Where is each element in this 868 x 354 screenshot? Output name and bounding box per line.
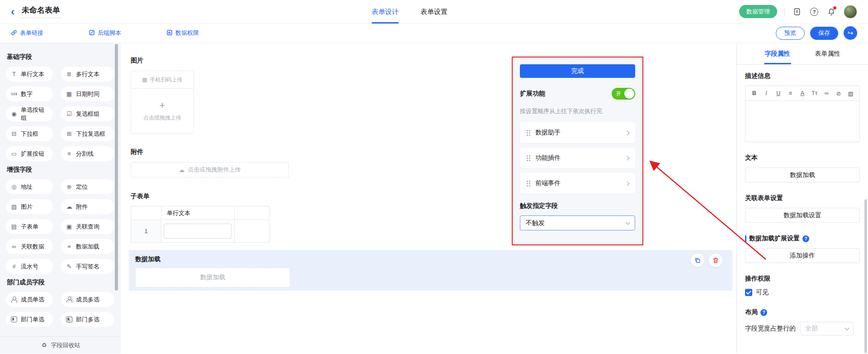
attachment-field[interactable]: 附件 ☁ 点击或拖拽附件上传 bbox=[131, 148, 289, 177]
align-icon[interactable]: ≡ bbox=[785, 88, 796, 99]
help-question-icon[interactable] bbox=[802, 235, 809, 242]
link-icon[interactable]: ∞ bbox=[821, 88, 832, 99]
attachment-upload-area[interactable]: ☁ 点击或拖拽附件上传 bbox=[131, 162, 289, 177]
contacts-icon[interactable] bbox=[792, 7, 802, 17]
palette-item-radio-group[interactable]: ◉单选按钮组 bbox=[6, 106, 53, 121]
tab-form-settings[interactable]: 表单设置 bbox=[420, 0, 448, 24]
qr-upload-area[interactable]: ▦ 手机扫码上传 bbox=[131, 71, 194, 89]
form-link-icon bbox=[11, 29, 17, 37]
notification-bell-icon[interactable] bbox=[826, 7, 836, 17]
form-title[interactable]: 未命名表单 bbox=[21, 5, 61, 18]
palette-item-number[interactable]: 123数字 bbox=[6, 86, 53, 101]
add-action-button[interactable]: 添加操作 bbox=[745, 248, 860, 263]
palette-item-datetime[interactable]: ▦日期时间 bbox=[61, 86, 114, 101]
layout-help-icon[interactable] bbox=[760, 309, 767, 316]
palette-item-linked-query[interactable]: ▣关联查询 bbox=[61, 219, 114, 234]
delete-field-button[interactable] bbox=[709, 254, 722, 267]
palette-item-location[interactable]: ⊕定位 bbox=[61, 179, 114, 194]
extension-hint: 按设置顺序从上往下依次执行完 bbox=[520, 107, 635, 115]
palette-item-checkbox-group[interactable]: ☑复选框组 bbox=[61, 106, 114, 121]
form-link[interactable]: 表单链接 bbox=[11, 29, 43, 37]
palette-item-data-load[interactable]: ılı数据加载 bbox=[61, 239, 114, 254]
palette-item-label: 部门单选 bbox=[21, 316, 44, 324]
palette-item-attachment[interactable]: ☁附件 bbox=[61, 199, 114, 214]
divider bbox=[784, 8, 785, 16]
subform-text-input[interactable] bbox=[164, 224, 231, 239]
trigger-field-select[interactable]: 不触发 bbox=[520, 215, 635, 230]
palette-item-multi-line-text[interactable]: ≣多行文本 bbox=[61, 67, 114, 81]
toggle-on-label: 开 bbox=[616, 90, 621, 98]
palette-item-dropdown-multi[interactable]: ⊞下拉复选框 bbox=[61, 126, 114, 141]
back-icon[interactable]: ‹ bbox=[11, 6, 14, 17]
font-color-icon[interactable]: A bbox=[797, 88, 808, 99]
description-label: 描述信息 bbox=[745, 72, 860, 80]
tab-form-properties[interactable]: 表单属性 bbox=[815, 43, 840, 64]
palette-item-member-multi[interactable]: 成员多选 bbox=[61, 292, 114, 307]
palette-item-divider[interactable]: ≡分割线 bbox=[61, 146, 114, 161]
data-permission[interactable]: 数据权限 bbox=[166, 29, 199, 37]
done-button[interactable]: 完成 bbox=[520, 64, 635, 78]
palette-item-dropdown[interactable]: ⊟下拉框 bbox=[6, 126, 53, 141]
drag-handle-icon[interactable] bbox=[526, 155, 531, 162]
palette-item-label: 地址 bbox=[21, 183, 33, 191]
field-recycle-bin[interactable]: ♻ 字段回收站 bbox=[0, 336, 121, 354]
extension-item-frontend-event[interactable]: 前端事件 bbox=[520, 173, 635, 194]
recycle-icon: ♻ bbox=[41, 342, 48, 349]
drag-handle-icon[interactable] bbox=[526, 129, 531, 136]
underline-icon[interactable]: U bbox=[773, 88, 783, 99]
data-load-placeholder-box[interactable]: 数据加载 bbox=[135, 268, 290, 287]
share-arrow-icon[interactable]: ↪ bbox=[844, 26, 857, 40]
data-load-field-selected[interactable]: 数据加载 数据加载 bbox=[129, 250, 732, 291]
tab-field-properties[interactable]: 字段属性 bbox=[765, 43, 790, 64]
avatar[interactable] bbox=[844, 5, 857, 19]
sidebar-scrollbar[interactable] bbox=[115, 44, 118, 291]
palette-item-serial-number[interactable]: #流水号 bbox=[6, 259, 53, 274]
palette-grid: T单行文本≣多行文本123数字▦日期时间◉单选按钮组☑复选框组⊟下拉框⊞下拉复选… bbox=[6, 67, 121, 161]
insert-image-icon[interactable]: ▧ bbox=[845, 88, 856, 99]
palette-item-dept-multi[interactable]: 部门多选 bbox=[61, 312, 114, 327]
data-load-settings-button[interactable]: 数据加载设置 bbox=[745, 208, 860, 223]
field-width-value: 全部 bbox=[805, 325, 818, 333]
image-field[interactable]: 图片 ▦ 手机扫码上传 + 点击或拖拽上传 bbox=[131, 57, 194, 134]
italic-icon[interactable]: I bbox=[761, 88, 772, 99]
field-width-label: 字段宽度占整行的 bbox=[745, 325, 796, 333]
subform-row: 1 bbox=[131, 220, 269, 243]
visible-checkbox[interactable] bbox=[745, 289, 752, 296]
palette-item-signature[interactable]: ✎手写签名 bbox=[61, 259, 114, 274]
extension-item-function-plugin[interactable]: 功能插件 bbox=[520, 148, 635, 168]
palette-item-image-field[interactable]: ▧图片 bbox=[6, 199, 53, 214]
visible-checkbox-row[interactable]: 可见 bbox=[745, 288, 860, 297]
font-size-icon[interactable]: Tт bbox=[809, 88, 820, 99]
palette-item-single-line-text[interactable]: T单行文本 bbox=[6, 67, 53, 81]
inspector-scrollbar[interactable] bbox=[864, 199, 867, 353]
palette-item-linked-data[interactable]: ∞关联数据 bbox=[6, 239, 53, 254]
tab-form-design[interactable]: 表单设计 bbox=[372, 0, 399, 24]
palette-item-label: 单行文本 bbox=[21, 70, 44, 78]
palette-item-subform[interactable]: ▤子表单 bbox=[6, 219, 53, 234]
palette-item-address[interactable]: ◎地址 bbox=[6, 179, 53, 194]
palette-item-extension-button[interactable]: ▭扩展按钮 bbox=[6, 146, 53, 161]
drag-handle-icon[interactable] bbox=[526, 180, 531, 187]
unlink-icon[interactable]: ⊘ bbox=[834, 88, 844, 99]
preview-button[interactable]: 预览 bbox=[776, 27, 805, 40]
save-button[interactable]: 保存 bbox=[810, 27, 838, 40]
palette-grid: ◎地址⊕定位▧图片☁附件▤子表单▣关联查询∞关联数据ılı数据加载#流水号✎手写… bbox=[6, 179, 121, 274]
subform-index-header bbox=[131, 206, 161, 220]
extension-item-data-assistant[interactable]: 数据助手 bbox=[520, 122, 635, 143]
number-icon: 123 bbox=[10, 92, 18, 96]
backend-script[interactable]: 后端脚本 bbox=[89, 29, 121, 37]
description-editor-content[interactable] bbox=[745, 101, 859, 142]
palette-item-dept-single[interactable]: 部门单选 bbox=[6, 312, 53, 327]
palette-item-member-single[interactable]: 成员单选 bbox=[6, 292, 53, 307]
palette-item-label: 成员单选 bbox=[21, 296, 44, 304]
text-value-box[interactable]: 数据加载 bbox=[745, 167, 860, 182]
image-upload-area[interactable]: + 点击或拖拽上传 bbox=[131, 88, 194, 134]
help-icon[interactable]: ? bbox=[809, 7, 819, 17]
field-width-select[interactable]: 全部 bbox=[800, 322, 854, 335]
duplicate-field-button[interactable] bbox=[691, 254, 704, 267]
layout-label: 布局 bbox=[745, 308, 860, 316]
extension-toggle[interactable]: 开 bbox=[612, 88, 635, 100]
bold-icon[interactable]: B bbox=[749, 88, 760, 99]
data-manage-button[interactable]: 数据管理 bbox=[739, 5, 777, 18]
subform-field[interactable]: 子表单 单行文本 1 bbox=[131, 192, 269, 243]
